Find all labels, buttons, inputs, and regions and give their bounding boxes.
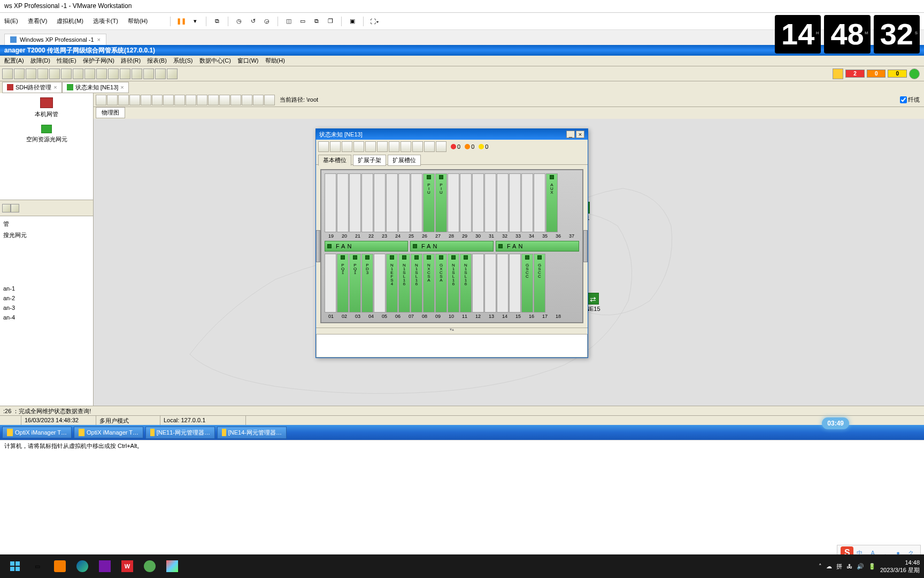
tool-icon[interactable] [401, 141, 411, 152]
wps-icon[interactable]: W [117, 557, 138, 576]
bell-icon[interactable] [833, 69, 843, 79]
slot-26[interactable] [411, 173, 422, 232]
xp-task-item[interactable]: [NE14-网元管理器… [217, 427, 287, 439]
slot-27[interactable]: PIU [423, 173, 435, 232]
slot-25[interactable] [398, 173, 410, 232]
tool-icon[interactable] [424, 141, 435, 152]
tb-icon-15[interactable] [167, 69, 178, 79]
onenote-icon[interactable] [94, 557, 116, 576]
menu-report[interactable]: 报表(B) [145, 56, 169, 66]
slot-08[interactable]: N1SL16 [411, 254, 422, 313]
tool-icon[interactable] [412, 141, 423, 152]
view-icon[interactable] [219, 95, 230, 105]
splitter-handle[interactable]: ▾▴ [316, 328, 588, 332]
slot-14[interactable] [484, 254, 496, 313]
tb-icon-12[interactable] [132, 69, 142, 79]
slot-33[interactable] [497, 173, 509, 232]
tb-icon-4[interactable] [37, 69, 48, 79]
tb-icon-9[interactable] [96, 69, 107, 79]
tray-lang-icon[interactable]: 拼 [836, 562, 842, 571]
slot-13[interactable] [472, 254, 484, 313]
menu-datacenter[interactable]: 数据中心(C) [197, 56, 233, 66]
slot-07[interactable]: N1SL16 [398, 254, 410, 313]
menu-config[interactable]: 配置(A) [2, 56, 26, 66]
slot-06[interactable]: N1EFS4 [386, 254, 398, 313]
menu-fault[interactable]: 故障(D) [28, 56, 52, 66]
pause-button[interactable]: ❚❚ [176, 16, 187, 27]
tree-item[interactable]: an-4 [2, 313, 91, 322]
status-ok-icon[interactable] [909, 69, 920, 79]
fan-unit[interactable]: FAN [410, 241, 494, 252]
slot-32[interactable] [484, 173, 496, 232]
zoom-region-icon[interactable] [129, 95, 140, 105]
menu-perf[interactable]: 性能(E) [55, 56, 79, 66]
idle-optical-ne-icon[interactable]: 空闲资源光网元 [4, 125, 89, 143]
slot-34[interactable] [509, 173, 521, 232]
slot-29[interactable] [448, 173, 459, 232]
tree-item[interactable]: an-3 [2, 303, 91, 313]
slot-37[interactable]: AUX [546, 173, 558, 232]
zoom-fit-icon[interactable] [118, 95, 129, 105]
close-icon[interactable]: × [120, 84, 124, 90]
revert-icon[interactable]: ↺ [248, 16, 258, 27]
xp-task-item[interactable]: [NE11-网元管理器… [145, 427, 215, 439]
save-icon[interactable] [230, 95, 241, 105]
alarm-critical[interactable]: 2 [845, 70, 865, 78]
view-icon[interactable] [197, 95, 207, 105]
slot-24[interactable] [386, 173, 398, 232]
close-button[interactable]: × [576, 131, 584, 138]
slot-36[interactable] [534, 173, 545, 232]
layout3-icon[interactable]: ⧉ [311, 16, 322, 27]
dropdown-icon[interactable]: ▾ [190, 16, 201, 27]
layout2-icon[interactable]: ▭ [297, 16, 308, 27]
slot-09[interactable]: NXCSA [423, 254, 435, 313]
start-button[interactable] [4, 557, 26, 576]
tree-item[interactable]: 管 [2, 218, 91, 230]
tool-icon[interactable] [365, 141, 376, 152]
select-icon[interactable] [174, 95, 185, 105]
fullscreen-icon[interactable]: ⛶▾ [369, 16, 380, 27]
xp-task-item[interactable]: OptiX iManager T… [74, 427, 143, 438]
slot-15[interactable] [497, 254, 509, 313]
tray-chevron-icon[interactable]: ˄ [819, 563, 822, 570]
menu-protect[interactable]: 保护子网(N) [81, 56, 117, 66]
slot-03[interactable]: PQ1 [349, 254, 361, 313]
tool-icon[interactable] [342, 141, 352, 152]
slot-16[interactable] [509, 254, 521, 313]
slot-19[interactable] [325, 173, 336, 232]
tb-icon-10[interactable] [108, 69, 119, 79]
slot-12[interactable]: N1SL16 [460, 254, 472, 313]
tray-cloud-icon[interactable]: ☁ [826, 563, 832, 570]
menu-help[interactable]: 帮助(H) [128, 17, 148, 25]
tree-item[interactable]: 搜光网元 [2, 230, 91, 241]
tab-basic-slot[interactable]: 基本槽位 [318, 155, 351, 166]
slot-18[interactable]: GSCC [534, 254, 545, 313]
tray-volume-icon[interactable]: 🔊 [857, 563, 864, 570]
tb-icon-13[interactable] [143, 69, 154, 79]
tool-icon[interactable] [436, 141, 446, 152]
tool-icon[interactable] [2, 204, 11, 212]
slot-35[interactable] [521, 173, 533, 232]
slot-31[interactable] [472, 173, 484, 232]
view-icon[interactable] [253, 95, 264, 105]
zoom-reset-icon[interactable] [141, 95, 151, 105]
slot-10[interactable]: GXCSA [435, 254, 447, 313]
menu-edit[interactable]: 辑(E) [4, 17, 18, 25]
layout1-icon[interactable]: ◫ [283, 16, 294, 27]
tool-icon[interactable] [318, 141, 329, 152]
menu-vm[interactable]: 虚拟机(M) [57, 17, 83, 25]
tb-icon-3[interactable] [26, 69, 36, 79]
tb-icon-6[interactable] [61, 69, 72, 79]
menu-path[interactable]: 路径(R) [119, 56, 143, 66]
layout-icon[interactable] [152, 95, 163, 105]
tool-icon[interactable] [353, 141, 364, 152]
local-nms-icon[interactable]: 本机网管 [4, 97, 89, 118]
pan-icon[interactable] [163, 95, 174, 105]
tree-item[interactable]: an-2 [2, 293, 91, 303]
slot-20[interactable] [337, 173, 349, 232]
alarm-minor[interactable]: 0 [888, 70, 907, 78]
topology-canvas[interactable]: 11 ⇄ NE1 ⇄ NE15 状态未知 [NE13] _ × [94, 119, 924, 406]
close-icon[interactable]: × [97, 36, 101, 43]
tool-icon[interactable] [11, 204, 19, 212]
tray-clock[interactable]: 14:48 2023/3/16 星期 [880, 559, 920, 574]
